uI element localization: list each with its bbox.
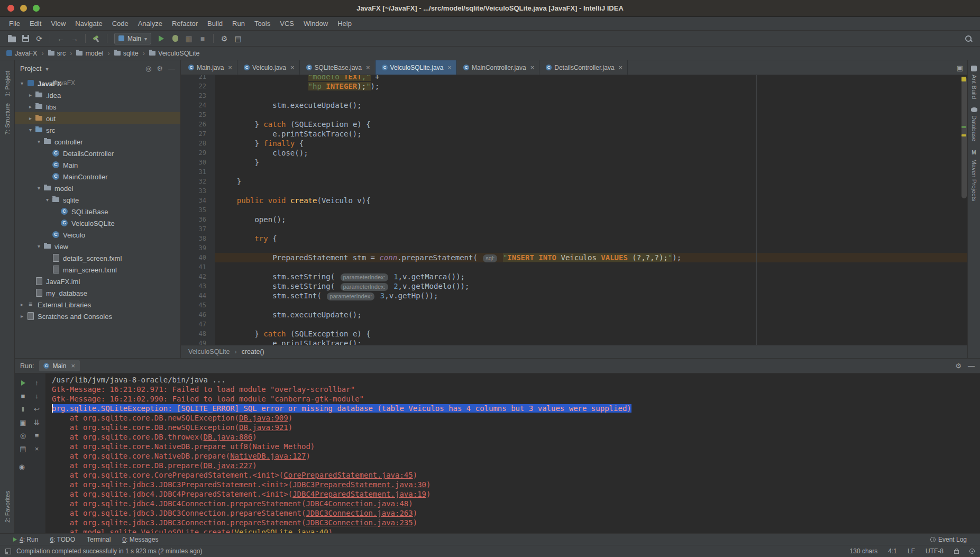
- stop-button[interactable]: ■: [16, 389, 30, 403]
- tree-toggle-icon[interactable]: ▸: [18, 302, 26, 307]
- code-line-31[interactable]: 31: [181, 167, 967, 177]
- hide-run-panel-button[interactable]: —: [968, 362, 975, 370]
- save-all-button[interactable]: [19, 33, 32, 44]
- project-item-sqlite[interactable]: ▾sqlite: [15, 194, 180, 205]
- chevron-down-icon[interactable]: [43, 65, 48, 72]
- editor-tab-maincontroller-java[interactable]: MainController.java: [457, 60, 539, 75]
- minimize-window-button[interactable]: [20, 5, 27, 12]
- close-tab-icon[interactable]: [447, 63, 452, 71]
- project-item-sqlitebase[interactable]: SQLiteBase: [15, 205, 180, 217]
- code-line-27[interactable]: 27 e.printStackTrace();: [181, 129, 967, 139]
- breadcrumb-src[interactable]: src: [48, 50, 77, 57]
- toolwindow-button-4-run[interactable]: 4: Run: [7, 534, 44, 545]
- breadcrumb-veiculosqlite[interactable]: VeiculoSQLite: [188, 348, 230, 355]
- editor-tab-veiculo-java[interactable]: Veiculo.java: [237, 60, 300, 75]
- code-line-34[interactable]: 34 public void create(Veiculo v){: [181, 196, 967, 205]
- menu-tools[interactable]: Tools: [250, 17, 275, 31]
- project-structure-button[interactable]: ▤: [232, 33, 244, 44]
- close-tab-icon[interactable]: [228, 63, 232, 71]
- tree-toggle-icon[interactable]: ▾: [35, 185, 43, 191]
- stacktrace-link[interactable]: DB.java:921: [239, 423, 288, 432]
- export-button[interactable]: ▤: [16, 442, 30, 455]
- locate-file-button[interactable]: ◎: [145, 65, 151, 72]
- menu-run[interactable]: Run: [227, 17, 250, 31]
- menu-vcs[interactable]: VCS: [275, 17, 299, 31]
- breadcrumb-veiculosqlite[interactable]: VeiculoSQLite: [149, 50, 200, 57]
- status-130-chars[interactable]: 130 chars: [850, 547, 878, 555]
- close-window-button[interactable]: [7, 5, 14, 12]
- error-stripe-mark[interactable]: [961, 77, 966, 81]
- pause-output-button[interactable]: ‖: [16, 403, 30, 416]
- toolwindow-button-terminal[interactable]: Terminal: [81, 534, 116, 545]
- clear-console-button[interactable]: ×: [30, 442, 44, 455]
- debug-button[interactable]: [169, 33, 181, 44]
- project-item-scratches-and-consoles[interactable]: ▸Scratches and Consoles: [15, 310, 180, 322]
- code-line-21[interactable]: 21 "modelo TEXT," +: [181, 75, 967, 81]
- settings-button[interactable]: ⚙: [218, 33, 231, 44]
- code-line-46[interactable]: 46 stm.executeUpdate();: [181, 310, 967, 319]
- run-settings-gear-icon[interactable]: ⚙: [955, 362, 961, 370]
- code-line-33[interactable]: 33: [181, 186, 967, 196]
- close-tab-icon[interactable]: [71, 362, 75, 370]
- code-line-28[interactable]: 28 } finally {: [181, 139, 967, 148]
- coverage-button[interactable]: ▥: [182, 33, 195, 44]
- run-configuration-select[interactable]: Main: [114, 33, 151, 44]
- down-stack-trace-button[interactable]: ↓: [30, 389, 44, 403]
- lock-icon[interactable]: [954, 550, 959, 554]
- rerun-button[interactable]: [16, 376, 30, 389]
- code-line-22[interactable]: 22 "hp INTEGER);");: [181, 81, 967, 91]
- scroll-to-end-button[interactable]: ⇊: [30, 416, 44, 429]
- tree-toggle-icon[interactable]: ▸: [26, 92, 34, 98]
- run-button[interactable]: [155, 33, 168, 44]
- stacktrace-link[interactable]: NativeDB.java:127: [230, 452, 306, 460]
- tree-toggle-icon[interactable]: ▾: [26, 127, 34, 133]
- toolwindow-button-maven-projects[interactable]: Maven Projects: [971, 150, 977, 201]
- synchronize-button[interactable]: ⟳: [33, 33, 45, 44]
- code-line-32[interactable]: 32 }: [181, 177, 967, 186]
- stacktrace-link[interactable]: DB.java:227: [204, 461, 253, 470]
- breadcrumb-model[interactable]: model: [76, 50, 114, 57]
- stacktrace-link[interactable]: JDBC4PreparedStatement.java:19: [292, 490, 426, 498]
- close-tab-icon[interactable]: [530, 63, 535, 71]
- tree-toggle-icon[interactable]: ▾: [35, 243, 43, 249]
- editor-tab-options-icon[interactable]: ▣: [957, 64, 963, 72]
- tree-toggle-icon[interactable]: ▾: [35, 139, 43, 144]
- stacktrace-link[interactable]: JDBC3Connection.java:263: [306, 509, 413, 517]
- menu-window[interactable]: Window: [299, 17, 333, 31]
- code-line-38[interactable]: 38 try {: [181, 234, 967, 243]
- stop-button[interactable]: ■: [196, 33, 209, 44]
- toolwindow-button-2-favorites[interactable]: 2: Favorites: [4, 491, 11, 523]
- editor-scrollbar[interactable]: [961, 77, 967, 198]
- toolwindow-button-1-project[interactable]: 1: Project: [4, 71, 11, 97]
- soft-wrap-button[interactable]: ↩: [30, 403, 44, 416]
- code-line-42[interactable]: 42 stm.setString( parameterIndex: 1,v.ge…: [181, 272, 967, 281]
- stacktrace-link[interactable]: JDBC3PreparedStatement.java:30: [292, 480, 426, 489]
- stacktrace-link[interactable]: JDBC4Connection.java:48: [306, 499, 408, 508]
- code-line-23[interactable]: 23: [181, 91, 967, 101]
- tree-toggle-icon[interactable]: ▸: [18, 313, 26, 319]
- run-console-output[interactable]: /usr/lib/jvm/java-8-oracle/bin/java ...G…: [45, 373, 980, 533]
- code-line-44[interactable]: 44 stm.setInt( parameterIndex: 3,v.getHp…: [181, 291, 967, 300]
- code-line-47[interactable]: 47: [181, 319, 967, 329]
- code-line-49[interactable]: 49 e.printStackTrace();: [181, 339, 967, 345]
- code-line-48[interactable]: 48 } catch (SQLException e) {: [181, 329, 967, 339]
- screenshot-button[interactable]: ◎: [16, 429, 30, 442]
- project-item-src[interactable]: ▾src: [15, 124, 180, 135]
- up-stack-trace-button[interactable]: ↑: [30, 376, 44, 389]
- project-item-details-screen-fxml[interactable]: details_screen.fxml: [15, 252, 180, 263]
- project-item-out[interactable]: ▸out: [15, 112, 180, 124]
- close-tab-icon[interactable]: [619, 63, 623, 71]
- code-line-35[interactable]: 35: [181, 205, 967, 215]
- project-item-javafx[interactable]: ▾JavaFX~/JavaFX: [15, 77, 180, 89]
- project-item-my-database[interactable]: my_database: [15, 287, 180, 298]
- code-line-40[interactable]: 40 PreparedStatement stm = conn.prepareS…: [181, 253, 967, 262]
- forward-button[interactable]: →: [68, 33, 81, 44]
- menu-analyze[interactable]: Analyze: [133, 17, 167, 31]
- status-lf[interactable]: LF: [908, 547, 915, 555]
- project-item-idea[interactable]: ▸.idea: [15, 89, 180, 101]
- project-item-model[interactable]: ▾model: [15, 182, 180, 194]
- maximize-window-button[interactable]: [33, 5, 40, 12]
- menu-refactor[interactable]: Refactor: [167, 17, 203, 31]
- project-item-maincontroller[interactable]: MainController: [15, 170, 180, 182]
- code-line-36[interactable]: 36 open();: [181, 215, 967, 224]
